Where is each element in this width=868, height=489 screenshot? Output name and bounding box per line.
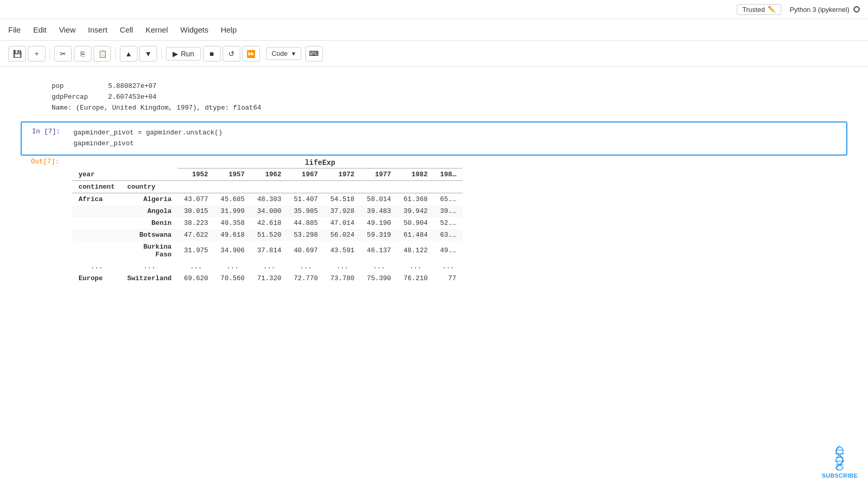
year-1967: 1967 (287, 168, 324, 180)
pencil-icon: ✏️ (768, 6, 776, 13)
run-label: Run (181, 50, 194, 58)
separator-2 (115, 48, 116, 60)
continent-africa: Africa (72, 193, 121, 205)
subscribe-watermark: SUBSCRIBE (822, 445, 858, 479)
prev-output-line-1: pop 5.880827e+07 (52, 81, 847, 92)
year-1972: 1972 (324, 168, 361, 180)
cell-1972: 54.518 (324, 193, 361, 205)
chevron-down-icon: ▾ (292, 50, 296, 57)
index-label-row: continent country (72, 180, 462, 193)
kernel-status-circle (854, 6, 860, 12)
year-label: year (72, 168, 178, 180)
dataframe-wrapper: lifeExp year 1952 1957 1962 1967 1972 19… (72, 158, 847, 284)
copy-cell-button[interactable]: ⎘ (74, 46, 91, 62)
ellipsis-row: ... ... ... ... ... ... ... ... ... ... (72, 261, 462, 272)
run-button[interactable]: ▶ Run (166, 47, 201, 60)
menu-cell[interactable]: Cell (120, 23, 133, 36)
menu-edit[interactable]: Edit (33, 23, 47, 36)
notebook-content: pop 5.880827e+07 gdpPercap 2.607453e+04 … (0, 67, 868, 489)
output-7-body: lifeExp year 1952 1957 1962 1967 1972 19… (72, 158, 847, 284)
cell-1977: 58.014 (361, 193, 397, 205)
menu-kernel[interactable]: Kernel (146, 23, 168, 36)
dataframe-table: lifeExp year 1952 1957 1962 1967 1972 19… (72, 158, 462, 284)
table-row: BurkinaFaso 31.975 34.906 37.814 40.697 … (72, 241, 462, 261)
country-angola: Angola (121, 205, 178, 217)
cell-1982: 61.368 (397, 193, 434, 205)
table-row: Africa Algeria 43.077 45.685 48.303 51.4… (72, 193, 462, 205)
country-switzerland: Switzerland (121, 272, 178, 284)
cell-198x: 65.… (434, 193, 462, 205)
table-row: Europe Switzerland 69.620 70.560 71.320 … (72, 272, 462, 284)
trusted-button[interactable]: Trusted ✏️ (737, 4, 782, 15)
country-algeria: Algeria (121, 193, 178, 205)
table-row: Benin 38.223 40.358 42.618 44.885 47.014… (72, 217, 462, 229)
dna-icon (829, 445, 850, 470)
kernel-info: Python 3 (ipykernel) (789, 6, 860, 13)
menu-bar: File Edit View Insert Cell Kernel Widget… (0, 19, 868, 41)
toolbar: 💾 ＋ ✂ ⎘ 📋 ▲ ▼ ▶ Run ■ ↺ ⏩ Code ▾ ⌨ (0, 41, 868, 67)
separator-3 (161, 48, 162, 60)
separator-1 (50, 48, 50, 60)
cell-7-body[interactable]: gapminder_pivot = gapminder.unstack() ga… (73, 123, 846, 155)
cell-7-prompt: In [7]: (22, 123, 73, 155)
year-1957: 1957 (214, 168, 251, 180)
menu-widgets[interactable]: Widgets (180, 23, 208, 36)
table-row: Angola 30.015 31.999 34.000 35.985 37.92… (72, 205, 462, 217)
trusted-label: Trusted (742, 6, 765, 13)
restart-run-button[interactable]: ⏩ (242, 46, 260, 62)
move-up-button[interactable]: ▲ (120, 46, 137, 62)
header-row-lifeExp: lifeExp (72, 158, 462, 169)
prev-output-line-3: Name: (Europe, United Kingdom, 1997), dt… (52, 103, 847, 114)
cell-type-label: Code (272, 50, 288, 57)
keyboard-shortcuts-button[interactable]: ⌨ (305, 46, 323, 62)
cell-1957: 45.685 (214, 193, 251, 205)
continent-europe: Europe (72, 272, 121, 284)
cell-7[interactable]: In [7]: gapminder_pivot = gapminder.unst… (21, 121, 847, 156)
country-burkina-faso: BurkinaFaso (121, 241, 178, 261)
country-benin: Benin (121, 217, 178, 229)
paste-cell-button[interactable]: 📋 (94, 46, 111, 62)
year-1977: 1977 (361, 168, 397, 180)
continent-label: continent (72, 180, 121, 193)
add-cell-button[interactable]: ＋ (28, 46, 45, 62)
year-1952: 1952 (178, 168, 214, 180)
year-198x: 198… (434, 168, 462, 180)
kernel-label: Python 3 (ipykernel) (789, 6, 849, 13)
cell-type-dropdown[interactable]: Code ▾ (266, 47, 301, 60)
menu-help[interactable]: Help (221, 23, 237, 36)
subscribe-label: SUBSCRIBE (822, 472, 858, 479)
top-bar: Trusted ✏️ Python 3 (ipykernel) (0, 0, 868, 19)
cut-cell-button[interactable]: ✂ (54, 46, 72, 62)
restart-button[interactable]: ↺ (223, 46, 240, 62)
save-button[interactable]: 💾 (8, 46, 26, 62)
year-1982: 1982 (397, 168, 434, 180)
output-7: Out[7]: lifeExp year 1952 1957 (21, 158, 847, 284)
table-row: Botswana 47.622 49.618 51.520 53.298 56.… (72, 229, 462, 241)
prev-output-line-2: gdpPercap 2.607453e+04 (52, 92, 847, 103)
lifeexp-header: lifeExp (178, 158, 462, 169)
cell-1962: 48.303 (251, 193, 288, 205)
menu-insert[interactable]: Insert (88, 23, 107, 36)
country-botswana: Botswana (121, 229, 178, 241)
output-7-prompt: Out[7]: (21, 158, 72, 165)
cell-7-code[interactable]: gapminder_pivot = gapminder.unstack() ga… (73, 128, 841, 149)
country-label: country (121, 180, 178, 193)
move-down-button[interactable]: ▼ (140, 46, 157, 62)
year-1962: 1962 (251, 168, 288, 180)
prev-cell-output: pop 5.880827e+07 gdpPercap 2.607453e+04 … (21, 77, 847, 121)
menu-file[interactable]: File (8, 23, 21, 36)
cell-1952: 43.077 (178, 193, 214, 205)
header-row-years: year 1952 1957 1962 1967 1972 1977 1982 … (72, 168, 462, 180)
run-icon: ▶ (173, 50, 178, 58)
interrupt-button[interactable]: ■ (203, 46, 221, 62)
menu-view[interactable]: View (59, 23, 75, 36)
continent-empty (72, 205, 121, 217)
cell-1967: 51.407 (287, 193, 324, 205)
